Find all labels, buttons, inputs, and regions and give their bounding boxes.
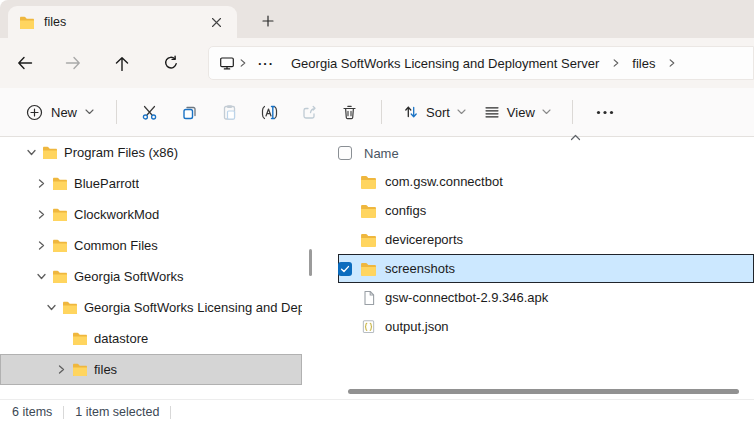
- copy-icon: [181, 104, 198, 121]
- folder-icon: [42, 146, 58, 159]
- tree-item-datastore[interactable]: datastore: [0, 323, 302, 354]
- new-button[interactable]: New: [16, 94, 104, 130]
- select-all-checkbox[interactable]: [338, 146, 352, 160]
- sidebar-vertical-scrollbar[interactable]: [309, 249, 312, 276]
- chevron-down-icon[interactable]: [34, 271, 48, 282]
- folder-icon: [360, 233, 377, 247]
- sort-button[interactable]: Sort: [394, 94, 475, 130]
- new-button-label: New: [51, 105, 77, 120]
- chevron-right-icon: [608, 58, 623, 68]
- cut-icon: [141, 104, 158, 121]
- folder-icon: [62, 301, 78, 314]
- chevron-down-icon[interactable]: [24, 147, 38, 158]
- file-rows: com.gsw.connectbot configs devicereports…: [338, 167, 754, 341]
- up-button[interactable]: [104, 45, 140, 81]
- address-bar[interactable]: ··· Georgia SoftWorks Licensing and Depl…: [208, 46, 754, 80]
- folder-icon: [52, 270, 68, 283]
- cut-button[interactable]: [129, 94, 169, 130]
- status-bar: 6 items 1 item selected: [0, 399, 754, 424]
- chevron-right-icon[interactable]: [54, 364, 68, 375]
- chevron-down-icon: [542, 109, 551, 115]
- close-icon: [211, 17, 222, 28]
- command-toolbar: New: [0, 88, 754, 137]
- navigation-bar: ··· Georgia SoftWorks Licensing and Depl…: [0, 38, 754, 88]
- share-icon: [301, 104, 318, 121]
- tree-item-clockworkmod[interactable]: ClockworkMod: [0, 199, 302, 230]
- view-icon: [484, 104, 500, 120]
- item-count: 6 items: [12, 405, 52, 419]
- chevron-right-icon[interactable]: [34, 178, 48, 189]
- breadcrumb-ellipsis[interactable]: ···: [250, 50, 282, 76]
- tab-close-button[interactable]: [205, 11, 227, 33]
- column-header-name[interactable]: Name: [364, 146, 399, 161]
- toolbar-separator: [381, 100, 382, 124]
- json-file-icon: [360, 319, 377, 334]
- tree-item-files[interactable]: files: [0, 354, 302, 385]
- tree-item-program-files-x86[interactable]: Program Files (x86): [0, 137, 302, 168]
- row-checkbox-checked[interactable]: [338, 262, 352, 276]
- file-explorer-window: files: [0, 0, 754, 424]
- file-list-pane: Name com.gsw.connectbot configs: [318, 137, 754, 399]
- file-row-apk[interactable]: gsw-connectbot-2.9.346.apk: [338, 283, 754, 312]
- chevron-right-icon: [664, 58, 679, 68]
- folder-icon: [360, 262, 377, 276]
- chevron-right-icon: [235, 58, 250, 68]
- folder-icon: [360, 175, 377, 189]
- file-row-screenshots[interactable]: screenshots: [338, 254, 754, 283]
- more-icon: [596, 110, 614, 115]
- tree-item-gsw-licensing-server[interactable]: Georgia SoftWorks Licensing and Deployme…: [0, 292, 302, 323]
- chevron-right-icon[interactable]: [34, 240, 48, 251]
- sort-ascending-icon: [570, 134, 581, 141]
- file-row-com-gsw-connectbot[interactable]: com.gsw.connectbot: [338, 167, 754, 196]
- chevron-right-icon[interactable]: [34, 209, 48, 220]
- tree-item-blueparrott[interactable]: BlueParrott: [0, 168, 302, 199]
- tree-item-common-files[interactable]: Common Files: [0, 230, 302, 261]
- paste-button[interactable]: [209, 94, 249, 130]
- horizontal-scrollbar-thumb[interactable]: [348, 389, 739, 394]
- chevron-down-icon: [85, 109, 94, 115]
- sort-icon: [403, 104, 419, 120]
- plus-icon: [262, 15, 274, 27]
- more-options-button[interactable]: [585, 94, 625, 130]
- toolbar-separator: [572, 100, 573, 124]
- folder-icon: [72, 332, 88, 345]
- tab-label: files: [44, 15, 66, 29]
- paste-icon: [221, 104, 238, 121]
- breadcrumb-segment-files[interactable]: files: [623, 50, 664, 76]
- chevron-down-icon: [457, 109, 466, 115]
- rename-button[interactable]: [249, 94, 289, 130]
- file-icon: [360, 290, 377, 306]
- forward-button[interactable]: [55, 45, 91, 81]
- status-separator: [63, 406, 64, 419]
- file-row-devicereports[interactable]: devicereports: [338, 225, 754, 254]
- file-row-configs[interactable]: configs: [338, 196, 754, 225]
- horizontal-scrollbar[interactable]: [348, 389, 739, 394]
- forward-icon: [65, 55, 82, 71]
- tree-item-georgia-softworks[interactable]: Georgia SoftWorks: [0, 261, 302, 292]
- new-tab-button[interactable]: [253, 6, 283, 36]
- folder-icon: [19, 16, 35, 29]
- folder-icon: [52, 239, 68, 252]
- copy-button[interactable]: [169, 94, 209, 130]
- breadcrumb-segment-server[interactable]: Georgia SoftWorks Licensing and Deployme…: [282, 50, 608, 76]
- status-separator: [170, 406, 171, 419]
- tab-files[interactable]: files: [8, 6, 237, 38]
- sort-button-label: Sort: [426, 105, 450, 120]
- this-pc-icon: [219, 55, 235, 71]
- navigation-pane: Program Files (x86) BlueParrott Clockwor…: [0, 137, 318, 399]
- content-area: Program Files (x86) BlueParrott Clockwor…: [0, 137, 754, 399]
- chevron-down-icon[interactable]: [44, 302, 58, 313]
- view-button[interactable]: View: [475, 94, 560, 130]
- folder-icon: [360, 204, 377, 218]
- delete-icon: [341, 104, 358, 121]
- share-button[interactable]: [289, 94, 329, 130]
- folder-icon: [52, 177, 68, 190]
- rename-icon: [260, 104, 279, 121]
- list-header: Name: [338, 140, 754, 166]
- folder-icon: [52, 208, 68, 221]
- delete-button[interactable]: [329, 94, 369, 130]
- back-button[interactable]: [6, 45, 42, 81]
- selection-count: 1 item selected: [75, 405, 159, 419]
- file-row-output-json[interactable]: output.json: [338, 312, 754, 341]
- refresh-button[interactable]: [153, 45, 189, 81]
